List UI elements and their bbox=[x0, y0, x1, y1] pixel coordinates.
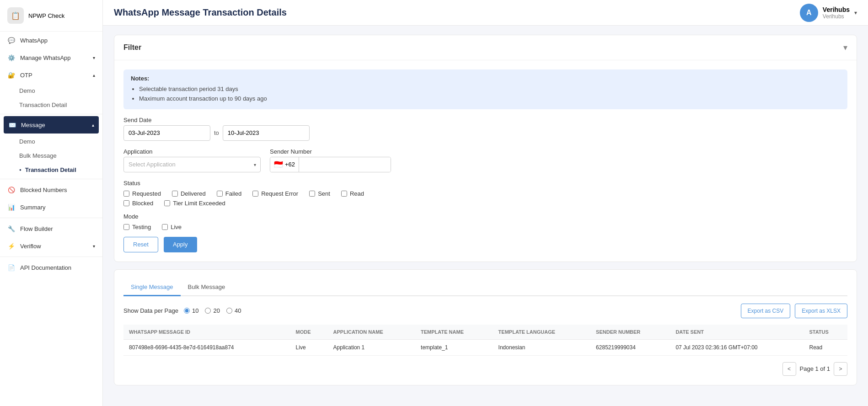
col-app-name: Application Name bbox=[328, 325, 416, 340]
mode-testing[interactable]: Testing bbox=[123, 224, 151, 230]
cell-date-sent: 07 Jul 2023 02:36:16 GMT+07:00 bbox=[670, 339, 804, 355]
sidebar-item-message[interactable]: ✉️ Message ▴ bbox=[4, 116, 99, 134]
sidebar-logo: 📋 NPWP Check bbox=[0, 0, 102, 32]
status-request-error[interactable]: Request Error bbox=[252, 190, 298, 197]
checkbox-blocked[interactable] bbox=[123, 200, 129, 206]
checkbox-read[interactable] bbox=[341, 191, 347, 197]
sidebar-subitem-transaction-detail-msg[interactable]: Transaction Detail bbox=[0, 163, 102, 177]
veriflow-icon: ⚡ bbox=[7, 242, 16, 250]
table-body: 807498e8-6696-4435-8e7d-6164918aa874 Liv… bbox=[123, 339, 847, 355]
status-failed[interactable]: Failed bbox=[217, 190, 241, 197]
flow-builder-icon: 🔧 bbox=[7, 224, 16, 233]
sidebar-subitem-demo-otp[interactable]: Demo bbox=[0, 84, 102, 98]
mode-live[interactable]: Live bbox=[162, 224, 182, 230]
date-from-input[interactable] bbox=[123, 125, 210, 141]
otp-icon: 🔐 bbox=[7, 71, 16, 79]
checkbox-delivered[interactable] bbox=[172, 191, 178, 197]
radio-group: 10 20 40 bbox=[184, 307, 241, 314]
status-delivered[interactable]: Delivered bbox=[172, 190, 206, 197]
cell-sender-number: 6285219999034 bbox=[590, 339, 670, 355]
blocked-icon: 🚫 bbox=[7, 186, 16, 194]
send-date-group: Send Date to bbox=[123, 117, 310, 141]
apply-button[interactable]: Apply bbox=[164, 237, 197, 252]
status-section: Status Requested Delivered Failed bbox=[123, 180, 847, 207]
chevron-up-icon: ▴ bbox=[92, 123, 94, 128]
sidebar-label-message: Message bbox=[21, 122, 45, 128]
sidebar-item-flow-builder[interactable]: 🔧 Flow Builder bbox=[0, 220, 102, 237]
sidebar-label-flow-builder: Flow Builder bbox=[20, 225, 53, 232]
message-icon: ✉️ bbox=[8, 121, 16, 129]
sidebar-item-summary[interactable]: 📊 Summary bbox=[0, 198, 102, 216]
sidebar-subitem-bulk-message[interactable]: Bulk Message bbox=[0, 149, 102, 163]
status-tier-limit[interactable]: Tier Limit Exceeded bbox=[164, 200, 225, 207]
sender-number-input[interactable] bbox=[299, 157, 391, 172]
sender-input-wrap: 🇮🇩 +62 bbox=[270, 157, 391, 172]
export-xlsx-button[interactable]: Export as XLSX bbox=[795, 304, 847, 318]
checkbox-failed[interactable] bbox=[217, 191, 223, 197]
collapse-filter-button[interactable]: ▾ bbox=[843, 43, 847, 53]
cell-template-name: template_1 bbox=[415, 339, 493, 355]
checkbox-tier-limit[interactable] bbox=[164, 200, 170, 206]
sender-number-label: Sender Number bbox=[270, 148, 391, 155]
pagination-label: Page 1 of 1 bbox=[800, 365, 830, 372]
status-read[interactable]: Read bbox=[341, 190, 364, 197]
pagination: < Page 1 of 1 > bbox=[123, 362, 847, 376]
filter-card: Filter ▾ Notes: Selectable transaction p… bbox=[114, 35, 857, 262]
status-requested[interactable]: Requested bbox=[123, 190, 161, 197]
application-select[interactable]: Select Application bbox=[123, 157, 261, 172]
table-header: WhatsApp Message ID Mode Application Nam… bbox=[123, 325, 847, 340]
sidebar-item-blocked-numbers[interactable]: 🚫 Blocked Numbers bbox=[0, 181, 102, 198]
cell-app-name: Application 1 bbox=[328, 339, 416, 355]
checkbox-live[interactable] bbox=[162, 224, 168, 230]
send-date-row: Send Date to bbox=[123, 117, 847, 141]
transactions-table: WhatsApp Message ID Mode Application Nam… bbox=[123, 325, 847, 356]
sidebar-item-whatsapp[interactable]: 💬 WhatsApp bbox=[0, 32, 102, 49]
export-csv-button[interactable]: Export as CSV bbox=[741, 304, 791, 318]
status-blocked[interactable]: Blocked bbox=[123, 200, 153, 207]
cell-mode: Live bbox=[290, 339, 328, 355]
radio-10[interactable]: 10 bbox=[184, 307, 198, 314]
logo-icon: 📋 bbox=[7, 7, 24, 24]
topbar: WhatsApp Message Transaction Details A V… bbox=[103, 0, 868, 26]
summary-icon: 📊 bbox=[7, 203, 16, 211]
sidebar-label-summary: Summary bbox=[20, 204, 46, 211]
chevron-down-icon: ▾ bbox=[93, 244, 95, 249]
cell-msg-id: 807498e8-6696-4435-8e7d-6164918aa874 bbox=[123, 339, 290, 355]
mode-testing-label: Testing bbox=[132, 224, 151, 230]
radio-40-label: 40 bbox=[235, 307, 241, 314]
checkbox-request-error[interactable] bbox=[252, 191, 258, 197]
sidebar-subitem-demo-msg[interactable]: Demo bbox=[0, 134, 102, 149]
radio-10-input[interactable] bbox=[184, 308, 190, 314]
filter-btn-row: Reset Apply bbox=[123, 237, 847, 252]
status-sent[interactable]: Sent bbox=[309, 190, 330, 197]
sidebar-item-veriflow[interactable]: ⚡ Veriflow ▾ bbox=[0, 237, 102, 255]
checkbox-requested[interactable] bbox=[123, 191, 129, 197]
user-dropdown-icon[interactable]: ▾ bbox=[854, 10, 857, 16]
reset-button[interactable]: Reset bbox=[123, 237, 158, 252]
user-info: Verihubs Verihubs bbox=[823, 6, 850, 20]
checkbox-testing[interactable] bbox=[123, 224, 129, 230]
mode-live-label: Live bbox=[171, 224, 182, 230]
date-to-input[interactable] bbox=[223, 125, 310, 141]
chevron-up-icon: ▴ bbox=[93, 73, 95, 78]
sidebar-item-otp[interactable]: 🔐 OTP ▴ bbox=[0, 66, 102, 84]
radio-40-input[interactable] bbox=[226, 308, 232, 314]
radio-20[interactable]: 20 bbox=[205, 307, 220, 314]
radio-40[interactable]: 40 bbox=[226, 307, 241, 314]
application-label: Application bbox=[123, 148, 261, 155]
next-page-button[interactable]: > bbox=[834, 362, 847, 376]
sidebar-item-api-docs[interactable]: 📄 API Documentation bbox=[0, 259, 102, 276]
tab-single-message[interactable]: Single Message bbox=[123, 279, 181, 296]
prev-page-button[interactable]: < bbox=[782, 362, 796, 376]
results-card: Single Message Bulk Message Show Data pe… bbox=[114, 269, 857, 385]
table-row: 807498e8-6696-4435-8e7d-6164918aa874 Liv… bbox=[123, 339, 847, 355]
tab-bulk-message[interactable]: Bulk Message bbox=[181, 279, 233, 296]
application-group: Application Select Application ▾ bbox=[123, 148, 261, 172]
checkbox-sent[interactable] bbox=[309, 191, 315, 197]
sidebar-label-whatsapp: WhatsApp bbox=[20, 37, 48, 44]
status-sent-label: Sent bbox=[318, 190, 330, 197]
radio-20-input[interactable] bbox=[205, 308, 211, 314]
sidebar-subitem-transaction-detail-otp[interactable]: Transaction Detail bbox=[0, 98, 102, 112]
sidebar-label-otp: OTP bbox=[20, 72, 32, 79]
sidebar-item-manage-whatsapp[interactable]: ⚙️ Manage WhatsApp ▾ bbox=[0, 49, 102, 66]
